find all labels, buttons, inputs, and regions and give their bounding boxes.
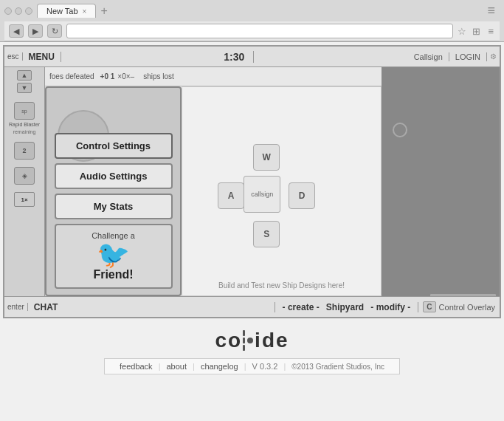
version-label: V 0.3.2 [246, 362, 284, 371]
settings-hud-icon[interactable]: ⚙ [490, 52, 497, 61]
feedback-link[interactable]: feedback [114, 362, 159, 371]
shipyard-title: Shipyard [326, 302, 364, 312]
right-panel: R Self Destruct [382, 67, 500, 296]
browser-chrome: New Tab × + ≡ ◀ ▶ ↻ ☆ ⊞ ≡ [0, 0, 504, 42]
menu-label[interactable]: MENU [23, 52, 61, 62]
reload-button[interactable]: ↻ [47, 24, 62, 38]
audio-settings-button[interactable]: Audio Settings [55, 163, 173, 189]
remaining-label: remaining [6, 129, 43, 134]
tab-bar: New Tab × + [37, 4, 111, 18]
callsign-center: callsign [244, 176, 280, 213]
logo-right: ide [255, 329, 289, 352]
bottom-area: co ide feedback | about | changelog | V … [0, 321, 504, 379]
my-stats-button[interactable]: My Stats [55, 194, 173, 219]
new-tab-button[interactable]: + [97, 4, 110, 18]
key-d-button[interactable]: D [289, 182, 315, 209]
key-d-label: D [299, 191, 305, 201]
icon-2[interactable]: 2 [14, 142, 35, 160]
twitter-challenge-button[interactable]: Challenge a 🐦 Friend! [55, 224, 173, 289]
counter-value: 1× [21, 196, 27, 203]
minimize-light[interactable] [15, 7, 22, 15]
create-label: - create - [283, 302, 320, 312]
tab-close-icon[interactable]: × [83, 7, 87, 16]
key-w-button[interactable]: W [253, 144, 280, 171]
hud-bottom-bar: enter CHAT - create - Shipyard - modify … [4, 296, 500, 317]
copyright-label: ©2013 Gradient Studios, Inc [286, 363, 390, 371]
foes-defeated-label: foes defeated [49, 72, 94, 81]
scroll-up-button[interactable]: ▲ [17, 70, 32, 81]
hud-timer: 1:30 [215, 51, 254, 63]
key-a-label: A [228, 191, 235, 201]
close-light[interactable] [4, 7, 12, 15]
callsign-center-label: callsign [251, 191, 273, 198]
esc-label: esc [4, 52, 23, 61]
control-settings-button[interactable]: Control Settings [55, 133, 173, 159]
hud-callsign[interactable]: Callsign [408, 52, 449, 61]
left-panel: ▲ ▼ sp Rapid Blaster remaining 2 ◈ 1× [4, 67, 45, 296]
maximize-light[interactable] [25, 7, 32, 15]
logo-pipe [243, 330, 245, 351]
hud-top-bar: esc MENU 1:30 Callsign LOGIN ⚙ [4, 47, 500, 67]
footer-bar: feedback | about | changelog | V 0.3.2 |… [0, 358, 504, 374]
scroll-down-button[interactable]: ▼ [17, 83, 32, 93]
game-viewport: esc MENU 1:30 Callsign LOGIN ⚙ foes defe… [3, 45, 501, 318]
active-tab[interactable]: New Tab × [37, 4, 96, 18]
build-test-label: Build and Test new Ship Designs here! [182, 281, 381, 290]
browser-nav: ◀ ▶ ↻ ☆ ⊞ ≡ [4, 21, 500, 41]
counter-badge: 1× [14, 192, 35, 207]
counter-row: 1× [14, 192, 35, 207]
forward-button[interactable]: ▶ [28, 24, 43, 38]
key-a-button[interactable]: A [218, 182, 244, 209]
address-bar[interactable] [66, 24, 453, 38]
logo-container: co ide [0, 329, 504, 352]
enter-label: enter [4, 303, 28, 311]
circle-indicator [393, 123, 407, 137]
chat-label[interactable]: CHAT [28, 302, 275, 312]
browser-top-bar: New Tab × + ≡ [4, 3, 500, 18]
right-panel-inner: R Self Destruct [382, 108, 500, 318]
settings-icon[interactable]: ≡ [486, 26, 495, 37]
about-link[interactable]: about [160, 362, 193, 371]
traffic-lights [4, 7, 32, 15]
logo-dot [247, 338, 253, 343]
bookmark-icon[interactable]: ☆ [458, 26, 466, 37]
control-overlay-label: Control Overlay [439, 303, 495, 312]
ships-lost-label: ships lost [143, 72, 174, 81]
logo-left: co [215, 329, 242, 352]
icon-3[interactable]: ◈ [14, 167, 35, 185]
shipyard-area[interactable]: - create - Shipyard - modify - [275, 302, 419, 312]
twitter-bird-icon: 🐦 [97, 242, 130, 268]
footer-links: feedback | about | changelog | V 0.3.2 |… [104, 358, 400, 374]
game-area: W A S D callsign Build and Test new Ship… [182, 86, 382, 296]
rapid-blaster-label: Rapid Blaster [6, 122, 43, 127]
key-s-label: S [263, 229, 269, 239]
score-symbols: ×0×– [117, 72, 134, 81]
menu-overlay: Control Settings Audio Settings My Stats… [45, 86, 182, 296]
score-value: +0 1 [100, 72, 115, 81]
back-button[interactable]: ◀ [9, 24, 24, 38]
key-w-label: W [262, 152, 270, 162]
hud-right-icons: ⚙ [487, 52, 500, 61]
hud-login-button[interactable]: LOGIN [449, 52, 487, 61]
changelog-link[interactable]: changelog [195, 362, 244, 371]
key-s-button[interactable]: S [253, 221, 280, 247]
tab-title: New Tab [46, 7, 78, 16]
c-key-label: C [423, 301, 435, 312]
extensions-icon[interactable]: ⊞ [471, 26, 482, 37]
control-overlay-area[interactable]: C Control Overlay [418, 301, 500, 312]
space-icon[interactable]: sp [14, 102, 35, 120]
twitter-bottom-label: Friend! [93, 268, 133, 281]
modify-label: - modify - [370, 302, 410, 312]
browser-menu-icon[interactable]: ≡ [483, 3, 500, 18]
